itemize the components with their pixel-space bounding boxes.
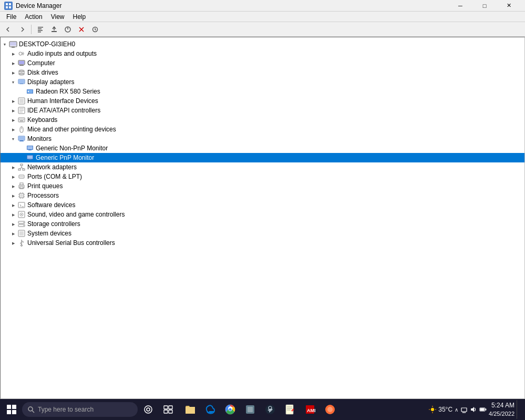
tree-item-monitors[interactable]: Monitors [1,134,524,144]
app-icon [4,2,13,10]
tree-item-hid[interactable]: Human Interface Devices [1,96,524,106]
properties-button[interactable] [34,24,47,35]
storage-icon [17,220,26,228]
ide-expand[interactable] [9,106,17,115]
taskbar-amd[interactable]: AMD [301,400,320,419]
svg-point-82 [23,222,24,223]
cortana-button[interactable] [139,400,158,419]
tree-item-gpu[interactable]: Radeon RX 580 Series [1,87,524,96]
svg-rect-108 [248,407,253,412]
ports-label: Ports (COM & LPT) [27,173,82,180]
hid-icon [17,97,26,105]
taskbar-app9[interactable] [321,400,339,419]
monitors-label: Monitors [27,135,52,142]
svg-rect-66 [20,194,23,197]
taskbar-notepad[interactable] [281,400,300,419]
usb-expand[interactable] [9,239,17,247]
tree-item-ide[interactable]: IDE ATA/ATAPI controllers [1,106,524,115]
tree-item-computer[interactable]: Computer [1,58,524,68]
tree-item-non-pnp-monitor[interactable]: Generic Non-PnP Monitor [1,144,524,153]
window-title: Device Manager [16,2,61,9]
tree-item-print[interactable]: Print queues [1,181,524,191]
weather-widget[interactable]: 35°C [428,405,452,414]
svg-rect-51 [28,159,32,160]
display-expand[interactable] [9,78,17,86]
update-driver-button[interactable] [48,24,60,35]
disable-button[interactable] [61,24,74,35]
ide-icon [17,106,26,115]
menu-file[interactable]: File [2,12,20,22]
taskbar-chrome[interactable] [221,400,240,419]
software-expand[interactable] [9,201,17,209]
usb-icon [17,239,26,247]
svg-rect-18 [20,65,23,65]
root-expand[interactable] [1,40,9,48]
system-expand[interactable] [9,229,17,238]
taskbar-edge[interactable] [201,400,220,419]
svg-rect-94 [7,410,11,414]
keyboard-expand[interactable] [9,116,17,124]
svg-rect-48 [28,150,32,150]
tree-item-disk[interactable]: Disk drives [1,68,524,77]
svg-rect-35 [18,118,25,122]
monitors-expand[interactable] [9,135,17,143]
uninstall-button[interactable] [75,24,88,35]
tree-item-software[interactable]: Software devices [1,200,524,210]
tree-item-sound[interactable]: Sound, video and game controllers [1,210,524,219]
tree-item-mice[interactable]: Mice and other pointing devices [1,125,524,134]
maximize-button[interactable]: □ [472,0,497,12]
svg-rect-25 [20,84,23,84]
device-tree[interactable]: DESKTOP-GI3IEH0 Audio inputs and outputs… [0,37,525,399]
forward-button[interactable] [16,24,28,35]
svg-rect-54 [23,169,25,170]
hid-expand[interactable] [9,97,17,105]
tree-item-pnp-monitor[interactable]: Generic PnP Monitor [1,153,524,162]
cpu-label: Processors [27,192,59,199]
tree-item-system[interactable]: System devices [1,229,524,238]
taskbar-app5[interactable] [241,400,260,419]
tray-expand[interactable]: ∧ [455,407,458,413]
svg-rect-3 [9,6,11,8]
tree-item-cpu[interactable]: Processors [1,191,524,200]
minimize-button[interactable]: ─ [448,0,472,12]
taskbar-file-explorer[interactable] [181,400,200,419]
system-clock[interactable]: 5:24 AM 4/25/2022 [489,401,514,418]
taskbar-steam[interactable] [261,400,280,419]
tree-item-network[interactable]: Network adapters [1,162,524,172]
svg-rect-101 [169,406,172,409]
tree-item-ports[interactable]: Ports (COM & LPT) [1,172,524,181]
print-expand[interactable] [9,182,17,190]
audio-expand[interactable] [9,49,17,58]
menu-view[interactable]: View [47,12,69,22]
sound-expand[interactable] [9,210,17,219]
svg-point-15 [19,52,22,55]
close-button[interactable]: ✕ [497,0,521,12]
disk-expand[interactable] [9,68,17,77]
start-button[interactable] [2,400,21,419]
tree-root[interactable]: DESKTOP-GI3IEH0 [1,39,524,49]
svg-point-83 [23,225,24,226]
task-view-button[interactable] [159,400,178,419]
svg-rect-14 [12,47,15,48]
taskbar-search[interactable]: Type here to search [22,402,138,417]
root-icon [9,40,17,48]
tree-item-keyboard[interactable]: Keyboards [1,115,524,125]
show-desktop-button[interactable] [517,400,519,419]
tree-item-display[interactable]: Display adapters [1,77,524,87]
cpu-expand[interactable] [9,191,17,200]
storage-expand[interactable] [9,220,17,228]
tree-item-audio[interactable]: Audio inputs and outputs [1,49,524,58]
scan-button[interactable] [89,24,101,35]
svg-rect-44 [20,140,23,141]
tree-item-storage[interactable]: Storage controllers [1,219,524,229]
tree-item-usb[interactable]: Universal Serial Bus controllers [1,238,524,248]
network-expand[interactable] [9,163,17,171]
menu-help[interactable]: Help [69,12,90,22]
computer-expand[interactable] [9,59,17,67]
svg-rect-17 [19,61,24,64]
search-placeholder: Type here to search [38,406,94,413]
mice-expand[interactable] [9,125,17,134]
back-button[interactable] [2,24,15,35]
ports-expand[interactable] [9,172,17,181]
menu-action[interactable]: Action [20,12,46,22]
